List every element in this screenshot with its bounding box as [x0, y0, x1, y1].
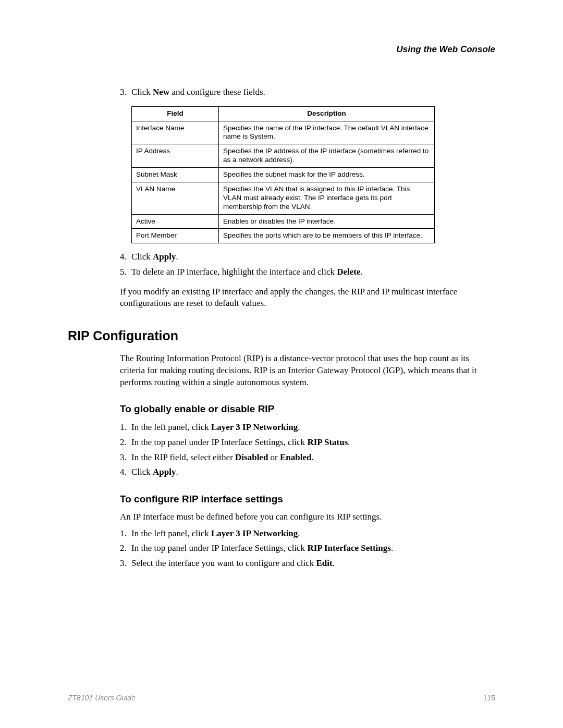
page: Using the Web Console 3.Click New and co… — [0, 0, 563, 728]
steps-before-table: 3.Click New and configure these fields. — [120, 86, 495, 99]
footer-page-number: 115 — [483, 694, 495, 702]
table-row: IP AddressSpecifies the IP address of th… — [132, 144, 435, 168]
subheading-enable-rip: To globally enable or disable RIP — [120, 403, 495, 415]
section-heading-rip: RIP Configuration — [68, 328, 495, 343]
table-header-row: Field Description — [132, 106, 435, 121]
step-4: 4.Click Apply. — [120, 251, 495, 264]
running-header: Using the Web Console — [68, 44, 495, 55]
list-item: 1.In the left panel, click Layer 3 IP Ne… — [120, 421, 495, 434]
table-row: Subnet MaskSpecifies the subnet mask for… — [132, 168, 435, 182]
list-item: 2.In the top panel under IP Interface Se… — [120, 436, 495, 449]
list-item: 1.In the left panel, click Layer 3 IP Ne… — [120, 527, 495, 540]
note-paragraph: If you modify an existing IP interface a… — [120, 286, 495, 310]
content-area: 3.Click New and configure these fields. … — [68, 86, 495, 570]
steps-rip-interface: 1.In the left panel, click Layer 3 IP Ne… — [120, 527, 495, 570]
subheading-rip-interface: To configure RIP interface settings — [120, 493, 495, 505]
rip-interface-intro: An IP Interface must be defined before y… — [120, 511, 495, 523]
list-item: 3.In the RIP field, select either Disabl… — [120, 451, 495, 464]
th-description: Description — [219, 106, 435, 121]
list-item: 4.Click Apply. — [120, 466, 495, 479]
fields-table: Field Description Interface NameSpecifie… — [131, 106, 435, 244]
step-3: 3.Click New and configure these fields. — [120, 86, 495, 99]
page-footer: ZT8101 Users Guide 115 — [68, 694, 495, 702]
table-row: Interface NameSpecifies the name of the … — [132, 121, 435, 144]
list-item: 3.Select the interface you want to confi… — [120, 557, 495, 570]
table-row: ActiveEnables or disables the IP interfa… — [132, 214, 435, 229]
steps-after-table: 4.Click Apply. 5.To delete an IP interfa… — [120, 251, 495, 278]
table-row: Port MemberSpecifies the ports which are… — [132, 229, 435, 243]
step-5: 5.To delete an IP interface, highlight t… — [120, 266, 495, 279]
list-item: 2.In the top panel under IP Interface Se… — [120, 542, 495, 555]
table-row: VLAN NameSpecifies the VLAN that is assi… — [132, 182, 435, 214]
footer-guide-title: ZT8101 Users Guide — [68, 694, 136, 702]
rip-intro-paragraph: The Routing Information Protocol (RIP) i… — [120, 353, 495, 389]
steps-enable-rip: 1.In the left panel, click Layer 3 IP Ne… — [120, 421, 495, 479]
th-field: Field — [132, 106, 219, 121]
